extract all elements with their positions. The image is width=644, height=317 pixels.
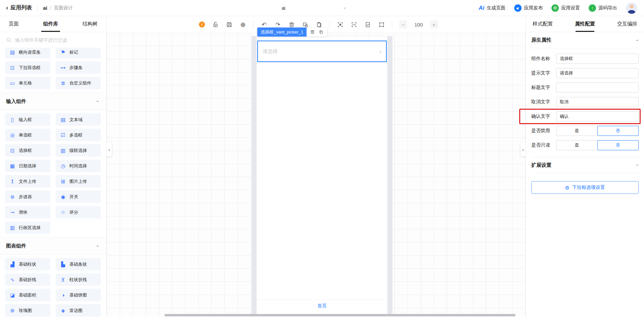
component-item-rose-chart[interactable]: ⊛ 玫瑰图 [5, 304, 50, 317]
component-group-input: ▯ 输入框 ▤ 文本域 ◎ 单选框 ☑ 多选框 ⊡ 选择框 [0, 110, 106, 237]
component-item-slider[interactable]: ⊸ 滑块 [5, 206, 50, 218]
readonly-yes-button[interactable]: 是 [556, 140, 597, 150]
trash-icon[interactable] [310, 30, 315, 35]
code-view-icon[interactable] [351, 21, 357, 28]
disabled-yes-button[interactable]: 是 [556, 126, 597, 136]
zoom-out-button[interactable]: − [399, 20, 407, 29]
frame-bounds-icon[interactable] [378, 21, 385, 28]
component-item-label: 基础饼图 [69, 292, 87, 298]
ext-settings-section-header[interactable]: 扩展设置 › [531, 157, 639, 173]
copy-icon[interactable] [319, 30, 324, 35]
component-item-cell[interactable]: ▭ 单元格 [5, 77, 50, 89]
native-props-section-header[interactable]: 原生属性 › [531, 32, 639, 48]
chevron-down-icon: › [636, 39, 640, 41]
zoom-in-button[interactable]: + [430, 20, 438, 29]
component-name-input[interactable] [556, 54, 639, 64]
page-check-icon[interactable] [364, 21, 371, 28]
component-item-cascader[interactable]: ▥ 级联选择 [56, 144, 101, 157]
search-input[interactable] [14, 37, 100, 43]
app-settings-button[interactable]: ⚙ 应用设置 [551, 4, 580, 12]
component-item-rate[interactable]: ☆ 评分 [56, 206, 101, 218]
info-icon[interactable]: i [199, 21, 205, 28]
dropdown-options-settings-button[interactable]: ⚙ 下拉框选项设置 [531, 181, 639, 194]
component-item-bar-line-chart[interactable]: ⊻ 柱状折线 [56, 273, 101, 286]
delete-icon[interactable] [288, 21, 295, 28]
paste-icon[interactable] [316, 21, 322, 28]
tab-interaction[interactable]: 交互编排 [617, 16, 637, 32]
chevron-right-icon: › [379, 48, 381, 55]
component-item-dropdown-filter[interactable]: ⊡ 下拉筛选框 [5, 61, 50, 74]
component-item-hbar-chart[interactable]: ▙ 基础条状 [56, 258, 101, 270]
title-text-input[interactable] [556, 83, 639, 93]
back-to-app-list-button[interactable]: ‹ 应用列表 [6, 4, 32, 11]
tab-components[interactable]: 组件库 [43, 16, 58, 32]
snippet-icon[interactable] [302, 21, 309, 28]
tab-style-config[interactable]: 样式配置 [533, 16, 553, 32]
selection-chip-tools [307, 28, 327, 37]
component-item-custom[interactable]: ≣ 自定义组件 [56, 77, 101, 89]
source-export-button[interactable]: ↑ 源码导出 [589, 4, 617, 12]
selected-component-name[interactable]: 选择框_vant_picker_1 [257, 28, 307, 37]
page-selector[interactable]: ai › [278, 0, 350, 16]
redo-icon[interactable]: ↷ [274, 21, 281, 28]
save-icon[interactable] [226, 21, 232, 28]
selected-picker-component[interactable]: 请选择 › [257, 41, 387, 62]
locate-target-icon[interactable]: ⊕ [239, 21, 246, 28]
component-item-file-upload[interactable]: ↥ 文件上传 [5, 175, 50, 188]
component-item-image-upload[interactable]: ⊞ 图片上传 [56, 175, 101, 188]
ai-generate-page-button[interactable]: Ai 生成页面 [479, 5, 505, 11]
component-item-area-chart[interactable]: ◪ 基础面积 [5, 289, 50, 301]
cancel-text-input[interactable] [556, 97, 639, 107]
component-item-radio[interactable]: ◎ 单选框 [5, 129, 50, 141]
component-item-label: 滑块 [19, 209, 28, 215]
unlock-icon[interactable] [212, 21, 219, 28]
app-publish-button[interactable]: ▶ 应用发布 [514, 4, 543, 12]
preview-icon[interactable] [337, 21, 343, 28]
placeholder-text-input[interactable] [556, 68, 639, 78]
component-item-pie-chart[interactable]: ◑ 基础饼图 [56, 289, 101, 301]
component-item-radar-chart[interactable]: ◈ 雷达图 [56, 304, 101, 317]
component-item-label: 步进器 [19, 194, 32, 200]
component-item-label: 文本域 [69, 117, 83, 123]
avatar-body [628, 10, 636, 14]
component-item-select[interactable]: ⊡ 选择框 [5, 144, 50, 157]
chevron-right-icon: › [522, 147, 524, 152]
field-row-title-text: 标题文字 [531, 83, 639, 93]
section-title: 原生属性 [531, 37, 551, 43]
component-item-line-chart[interactable]: ∿ 基础折线 [5, 273, 50, 286]
pie-chart-icon: ◑ [60, 292, 66, 298]
component-item-stepper[interactable]: ⊚ 步进器 [5, 191, 50, 203]
component-item-label: 选择框 [19, 148, 32, 154]
component-item-checkbox[interactable]: ☑ 多选框 [56, 129, 101, 141]
component-item-time-picker[interactable]: ◷ 时间选择 [56, 160, 101, 172]
readonly-no-button[interactable]: 否 [597, 140, 639, 150]
tab-props-config[interactable]: 属性配置 [575, 16, 595, 32]
component-item-steps[interactable]: ⊶ 步骤条 [56, 61, 101, 74]
confirm-text-input[interactable] [556, 111, 639, 121]
collapse-left-panel-handle[interactable]: ‹ [107, 142, 112, 156]
cascader-icon: ▥ [60, 148, 66, 154]
tab-pages[interactable]: 页面 [9, 16, 19, 32]
canvas-horizontal-scrollbar[interactable] [164, 314, 516, 316]
component-item-input[interactable]: ▯ 输入框 [5, 113, 50, 126]
group-header-chart[interactable]: 图表组件 › [0, 237, 106, 255]
breadcrumb-app-name[interactable]: ai [43, 5, 47, 11]
component-item-horizontal-progress[interactable]: ▤ 横向进度条 [5, 48, 50, 58]
component-item-marker[interactable]: ⚑ 标记 [56, 48, 101, 58]
tab-tree[interactable]: 结构树 [83, 16, 98, 32]
component-item-date-picker[interactable]: ▦ 日期选择 [5, 160, 50, 172]
user-avatar[interactable] [626, 2, 637, 14]
component-item-district-picker[interactable]: ▥ 行政区选择 [5, 221, 50, 234]
component-item-switch[interactable]: ◉ 开关 [56, 191, 101, 203]
design-canvas: i ⊕ ↶ ↷ [107, 16, 526, 317]
group-header-input[interactable]: 输入组件 › [0, 93, 106, 110]
component-item-textarea[interactable]: ▤ 文本域 [56, 113, 101, 126]
component-item-bar-chart[interactable]: ▟ 基础柱状 [5, 258, 50, 270]
phone-tabbar: 首页 [257, 299, 387, 314]
collapse-right-panel-handle[interactable]: › [521, 142, 526, 156]
component-item-label: 横向进度条 [19, 49, 41, 55]
tabbar-home-item[interactable]: 首页 [317, 303, 327, 314]
disabled-no-button[interactable]: 否 [597, 126, 639, 136]
undo-icon[interactable]: ↶ [261, 21, 267, 28]
dropdown-filter-icon: ⊡ [9, 65, 15, 71]
